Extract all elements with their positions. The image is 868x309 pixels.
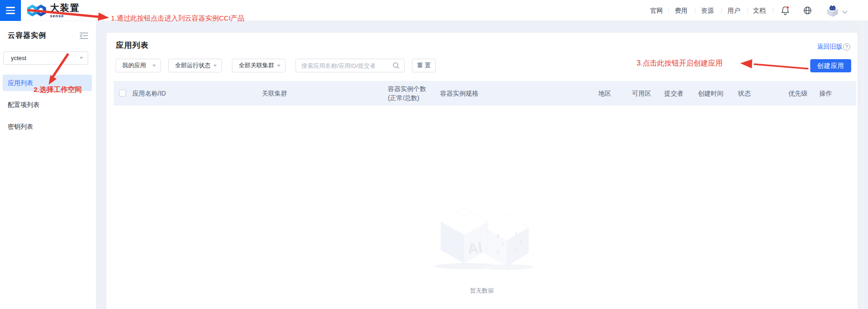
col-submitter: 提交者 [664,81,683,106]
nav-item-docs[interactable]: 文档 [753,0,766,21]
page-title: 应用列表 [116,40,149,51]
chevron-down-icon [213,65,217,67]
nav-separator [668,7,669,14]
nav-separator [721,7,722,14]
nav-separator [695,7,695,14]
filter-app-scope-select[interactable]: 我的应用 [115,59,161,72]
brand-subtext: sense [50,14,80,18]
empty-state-illustration: 010 101 AI [430,205,539,273]
chevron-down-icon [80,57,83,59]
empty-state-text: 暂无数据 [106,287,858,295]
nav-item-official-site[interactable]: 官网 [650,0,663,21]
table-header-row: 应用名称/ID 关联集群 容器实例个数 (正常/总数) 容器实例规格 地区 可用… [114,81,856,106]
sidebar: 云容器实例 yctest 应用列表 配置项列表 密钥列表 [0,21,96,309]
col-app-name-id: 应用名称/ID [132,81,166,106]
scrollbar-track[interactable] [861,21,864,309]
sidebar-title: 云容器实例 [8,31,46,41]
account-chevron-down-icon[interactable] [842,9,848,15]
create-app-button[interactable]: 创建应用 [810,59,851,72]
user-avatar[interactable] [826,4,839,17]
search-input[interactable] [301,62,392,69]
col-created-time: 创建时间 [698,81,723,106]
chevron-down-icon [277,65,281,67]
filter-cluster-select[interactable]: 全部关联集群 [232,59,286,72]
filter-cluster-value: 全部关联集群 [239,61,274,70]
content-card: 应用列表 返回旧版 ? 我的应用 全部运行状态 全部关联集群 重置 创建应用 [106,33,858,309]
col-status: 状态 [738,81,751,106]
sidebar-item-secret-list[interactable]: 密钥列表 [3,118,92,135]
nav-item-users[interactable]: 用户 [728,0,740,21]
filter-app-scope-value: 我的应用 [122,61,146,70]
annotation-step3: 3.点击此按钮开启创建应用 [637,59,722,68]
workspace-select[interactable]: yctest [3,51,88,65]
search-box [296,59,405,72]
svg-text:1: 1 [515,231,517,236]
annotation-step2: 2.选择工作空间 [34,85,82,95]
product-title: 大装置 [50,2,80,14]
svg-text:1: 1 [502,242,504,247]
sidebar-item-configmap-list[interactable]: 配置项列表 [3,96,92,113]
nav-item-resources[interactable]: 资源 [701,0,714,21]
col-actions: 操作 [819,81,832,106]
search-icon[interactable] [392,62,400,69]
workspace-value: yctest [11,55,26,61]
notification-bell-icon[interactable] [780,5,790,17]
svg-text:0: 0 [497,234,499,239]
help-icon[interactable]: ? [843,43,850,51]
sidebar-collapse-icon[interactable] [80,32,88,41]
language-globe-icon[interactable] [803,6,812,16]
hamburger-menu-button[interactable] [0,0,21,21]
nav-item-billing[interactable]: 费用 [675,0,687,21]
col-priority: 优先级 [788,81,808,106]
ai-label: AI [467,239,483,257]
col-region: 地区 [598,81,611,106]
brand-hexagons-icon [25,2,48,19]
back-to-old-version-link[interactable]: 返回旧版 [817,43,843,51]
brand-logo[interactable]: 大装置 sense [25,2,80,19]
svg-text:0: 0 [520,239,522,244]
annotation-step1: 1.通过此按钮点击进入到云容器实例CCI产品 [111,14,244,23]
svg-text:0: 0 [497,250,499,255]
filter-run-status-value: 全部运行状态 [175,61,211,70]
page: 大装置 sense 官网 费用 资源 用户 文档 [0,0,868,309]
col-instance-spec: 容器实例规格 [440,81,478,106]
svg-text:1: 1 [515,248,517,253]
nav-separator [748,7,748,14]
col-zone: 可用区 [632,81,651,106]
col-cluster: 关联集群 [262,81,287,106]
filter-run-status-select[interactable]: 全部运行状态 [168,59,222,72]
select-all-checkbox[interactable] [119,90,126,96]
chevron-down-icon [152,65,156,67]
nav-separator [773,7,773,14]
col-instance-count: 容器实例个数 (正常/总数) [388,84,426,102]
reset-button[interactable]: 重置 [412,59,436,72]
